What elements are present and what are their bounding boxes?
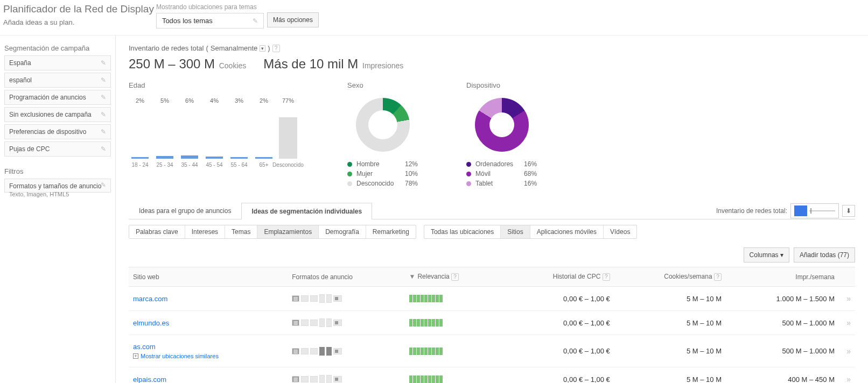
imps-cell: 400 M – 450 M [726,367,839,384]
pill[interactable]: Demografía [319,225,366,238]
pill[interactable]: Emplazamientos [257,225,319,238]
filter-title: Formatos y tamaños de anuncio [9,182,101,190]
pencil-icon: ✎ [101,181,106,189]
help-icon[interactable]: ? [272,45,280,52]
topic-select[interactable]: Todos los temas ✎ [156,13,264,29]
page-subtitle: Añada ideas a su plan. [3,18,154,26]
format-icons [292,347,400,356]
pencil-icon: ✎ [101,111,106,118]
site-link[interactable]: as.com [133,343,156,351]
legend-row: Desconocido78% [347,180,418,187]
cookies-value: 250 M – 300 M [129,56,215,71]
sidebar-item[interactable]: Programación de anuncios✎ [4,90,111,105]
legend-row: Mujer10% [347,170,418,178]
format-icons [292,318,400,327]
sex-donut [356,98,410,152]
format-icon [333,320,342,326]
pencil-icon: ✎ [101,94,106,101]
topic-value: Todos los temas [162,17,213,25]
sidebar-item[interactable]: España✎ [4,55,111,70]
pill[interactable]: Intereses [185,225,225,238]
chevron-down-icon[interactable]: ▾ [260,45,265,52]
columns-button[interactable]: Columnas ▾ [744,247,789,263]
tabs: Ideas para el grupo de anunciosIdeas de … [129,202,855,219]
cookies-cell: 5 M – 10 M [614,335,726,367]
site-link[interactable]: elmundo.es [133,319,169,327]
topic-filter: Mostrando ubicaciones para temas Todos l… [156,3,319,29]
legend-row: Tablet16% [466,180,537,187]
col-cookies[interactable]: Cookies/semana ? [614,267,726,287]
pencil-icon: ✎ [101,59,106,67]
col-site[interactable]: Sitio web [129,267,288,287]
pill[interactable]: Aplicaciones móviles [530,225,604,238]
sidebar-item[interactable]: Preferencias de dispositivo✎ [4,124,111,139]
device-chart: Dispositivo Ordenadores16%Móvil68%Tablet… [466,81,537,189]
download-button[interactable]: ⬇ [842,205,855,217]
relevance-bar [409,295,499,302]
age-bar-45 - 54: 4%45 - 54 [203,97,226,168]
inventory-period[interactable]: Semanalmente [211,44,257,52]
expand-row-button[interactable]: » [846,318,851,327]
age-bar-65+: 2%65+ [253,97,275,168]
pill[interactable]: Temas [225,225,257,238]
format-icons [292,294,400,303]
pill[interactable]: Vídeos [604,225,636,238]
show-similar-link[interactable]: +Mostrar ubicaciones similares [133,353,283,359]
site-link[interactable]: marca.com [133,295,167,303]
pencil-icon: ✎ [101,128,106,136]
cpc-cell: 0,00 € – 1,00 € [503,287,614,311]
add-all-button[interactable]: Añadir todas (77) [794,247,855,263]
site-link[interactable]: elpais.com [133,375,166,384]
help-icon[interactable]: ? [714,273,722,281]
sidebar-item[interactable]: Sin exclusiones de campaña✎ [4,107,111,122]
filter-sub: Texto, Imagen, HTML5 [9,191,69,197]
cookies-cell: 5 M – 10 M [614,287,726,311]
format-icon [326,294,332,303]
sidebar-filter-formats[interactable]: Formatos y tamaños de anuncio Texto, Ima… [4,179,111,193]
col-relevance[interactable]: ▼Relevancia ? [405,267,503,287]
pencil-icon: ✎ [101,76,106,84]
imps-cell: 500 M – 1.000 M [726,311,839,335]
imps-cell: 500 M – 1.000 M [726,335,839,367]
tab[interactable]: Ideas para el grupo de anuncios [129,202,241,219]
age-bar-18 - 24: 2%18 - 24 [129,97,151,168]
pill[interactable]: Todas las ubicaciones [424,225,501,238]
age-bar-35 - 44: 6%35 - 44 [178,97,201,168]
format-icons [292,375,400,383]
main-content: Inventario de redes total (Semanalmente … [116,36,868,383]
page-title: Planificador de la Red de Display [3,3,154,15]
cookies-cell: 5 M – 10 M [614,367,726,384]
device-chart-title: Dispositivo [466,81,537,89]
impressions-value: Más de 10 mil M [263,56,358,71]
cpc-cell: 0,00 € – 1,00 € [503,311,614,335]
col-formats[interactable]: Formatos de anuncio [288,267,404,287]
expand-row-button[interactable]: » [846,347,851,356]
age-bar-Desconocido: 77%Desconocido [277,97,299,168]
col-imps[interactable]: Impr./semana [726,267,839,287]
pill[interactable]: Sitios [501,225,530,238]
legend-row: Hombre12% [347,160,418,168]
metrics-row: 250 M – 300 M Cookies Más de 10 mil M Im… [129,56,855,72]
format-icon [319,318,325,327]
format-icon [319,347,325,356]
table-row: as.com+Mostrar ubicaciones similares0,00… [129,335,855,367]
cpc-cell: 0,00 € – 1,00 € [503,335,614,367]
format-icon [319,294,325,303]
col-cpc[interactable]: Historial de CPC ? [503,267,614,287]
location-type-group: Todas las ubicacionesSitiosAplicaciones … [424,225,638,239]
help-icon[interactable]: ? [603,273,610,281]
placements-table: Sitio web Formatos de anuncio ▼Relevanci… [129,267,855,383]
chevron-down-icon: ▾ [780,251,783,259]
more-options-button[interactable]: Más opciones [267,12,319,27]
inventory-slider[interactable] [790,203,839,218]
sidebar-item[interactable]: Pujas de CPC✎ [4,141,111,157]
tab[interactable]: Ideas de segmentación individuales [241,203,372,219]
pill[interactable]: Remarketing [366,225,416,238]
format-icon [326,347,332,356]
sidebar-item[interactable]: español✎ [4,73,111,88]
pill[interactable]: Palabras clave [129,225,185,238]
help-icon[interactable]: ? [451,273,459,281]
expand-row-button[interactable]: » [846,294,851,303]
format-icon [292,320,299,326]
expand-row-button[interactable]: » [846,375,851,383]
